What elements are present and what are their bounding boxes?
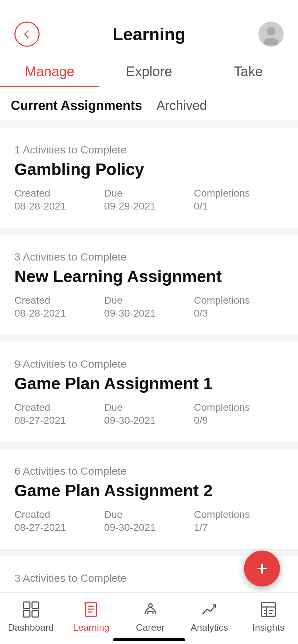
svg-point-1 (264, 38, 278, 45)
tab-explore[interactable]: Explore (99, 54, 199, 87)
completions-field: Completions 0/3 (194, 295, 284, 319)
insights-icon (259, 600, 278, 619)
card-meta: Created 08-28-2021 Due 09-29-2021 Comple… (14, 188, 284, 212)
sub-tabs: Current Assignments Archived (0, 87, 298, 120)
due-label: Due (104, 402, 194, 413)
assignment-card[interactable]: 9 Activities to Complete Game Plan Assig… (0, 342, 298, 442)
created-value: 08-28-2021 (14, 308, 104, 319)
completions-label: Completions (194, 295, 284, 306)
completions-field: Completions 0/1 (194, 188, 284, 212)
created-value: 08-27-2021 (14, 415, 104, 426)
svg-rect-3 (32, 602, 39, 608)
avatar[interactable] (258, 22, 284, 47)
assignment-card[interactable]: 1 Activities to Complete Gambling Policy… (0, 128, 298, 228)
due-field: Due 09-30-2021 (104, 402, 194, 426)
career-icon (141, 600, 160, 619)
created-value: 08-27-2021 (14, 522, 104, 533)
completions-field: Completions 0/9 (194, 402, 284, 426)
activities-count: 3 Activities to Complete (14, 251, 284, 263)
created-field: Created 08-27-2021 (14, 509, 104, 533)
back-button[interactable] (14, 22, 40, 47)
completions-value: 1/7 (194, 522, 284, 533)
tab-take[interactable]: Take (199, 54, 298, 87)
completions-field: Completions 1/7 (194, 509, 284, 533)
due-value: 09-30-2021 (104, 522, 194, 533)
created-label: Created (14, 509, 104, 520)
nav-label-learning: Learning (73, 622, 109, 633)
due-value: 09-30-2021 (104, 308, 194, 319)
nav-label-insights: Insights (252, 622, 285, 633)
main-tabs: Manage Explore Take (0, 54, 298, 87)
svg-rect-5 (32, 611, 39, 617)
card-meta: Created 08-28-2021 Due 09-30-2021 Comple… (14, 295, 284, 319)
assignments-list: 1 Activities to Complete Gambling Policy… (0, 120, 298, 602)
completions-label: Completions (194, 188, 284, 199)
created-label: Created (14, 295, 104, 306)
created-label: Created (14, 188, 104, 199)
completions-value: 0/1 (194, 201, 284, 212)
assignment-card[interactable]: 3 Activities to Complete New Learning As… (0, 235, 298, 335)
nav-item-learning[interactable]: Learning (69, 600, 113, 633)
assignment-title: New Learning Assignment (14, 267, 284, 286)
assignment-title: Game Plan Assignment 1 (14, 374, 284, 393)
created-label: Created (14, 402, 104, 413)
created-value: 08-28-2021 (14, 201, 104, 212)
tab-manage[interactable]: Manage (0, 54, 99, 87)
assignment-title: Gambling Policy (14, 160, 284, 179)
analytics-icon (200, 600, 219, 619)
nav-item-career[interactable]: Career (129, 600, 172, 633)
due-field: Due 09-30-2021 (104, 509, 194, 533)
add-button[interactable]: + (244, 551, 280, 586)
nav-item-insights[interactable]: Insights (247, 600, 290, 633)
created-field: Created 08-27-2021 (14, 402, 104, 426)
assignment-title: Game Plan Assignment 2 (14, 481, 284, 500)
completions-value: 0/3 (194, 308, 284, 319)
completions-value: 0/9 (194, 415, 284, 426)
svg-point-10 (149, 604, 152, 607)
due-label: Due (104, 188, 194, 199)
completions-label: Completions (194, 509, 284, 520)
svg-rect-4 (23, 611, 30, 617)
activities-count: 1 Activities to Complete (14, 144, 284, 156)
card-meta: Created 08-27-2021 Due 09-30-2021 Comple… (14, 402, 284, 426)
nav-label-career: Career (136, 622, 164, 633)
due-field: Due 09-30-2021 (104, 295, 194, 319)
card-meta: Created 08-27-2021 Due 09-30-2021 Comple… (14, 509, 284, 533)
home-indicator (113, 638, 185, 641)
learning-icon (81, 600, 101, 619)
nav-item-analytics[interactable]: Analytics (188, 600, 231, 633)
completions-label: Completions (194, 402, 284, 413)
activities-count: 9 Activities to Complete (14, 358, 284, 370)
due-value: 09-30-2021 (104, 415, 194, 426)
assignment-card[interactable]: 6 Activities to Complete Game Plan Assig… (0, 449, 298, 549)
created-field: Created 08-28-2021 (14, 188, 104, 212)
header: Learning (0, 0, 298, 54)
activities-count: 3 Activities to Complete (14, 572, 284, 584)
page-title: Learning (113, 24, 186, 44)
svg-rect-2 (23, 602, 30, 608)
plus-icon: + (256, 558, 268, 579)
bottom-navigation: Dashboard Learning Career (0, 592, 298, 644)
due-label: Due (104, 509, 194, 520)
svg-point-0 (267, 27, 275, 36)
due-value: 09-29-2021 (104, 201, 194, 212)
nav-label-analytics: Analytics (191, 622, 228, 633)
due-field: Due 09-29-2021 (104, 188, 194, 212)
sub-tab-current[interactable]: Current Assignments (11, 98, 142, 116)
created-field: Created 08-28-2021 (14, 295, 104, 319)
dashboard-icon (21, 600, 41, 619)
due-label: Due (104, 295, 194, 306)
sub-tab-archived[interactable]: Archived (157, 98, 207, 116)
activities-count: 6 Activities to Complete (14, 465, 284, 477)
nav-label-dashboard: Dashboard (8, 622, 54, 633)
svg-rect-11 (262, 603, 275, 616)
nav-item-dashboard[interactable]: Dashboard (8, 600, 54, 633)
